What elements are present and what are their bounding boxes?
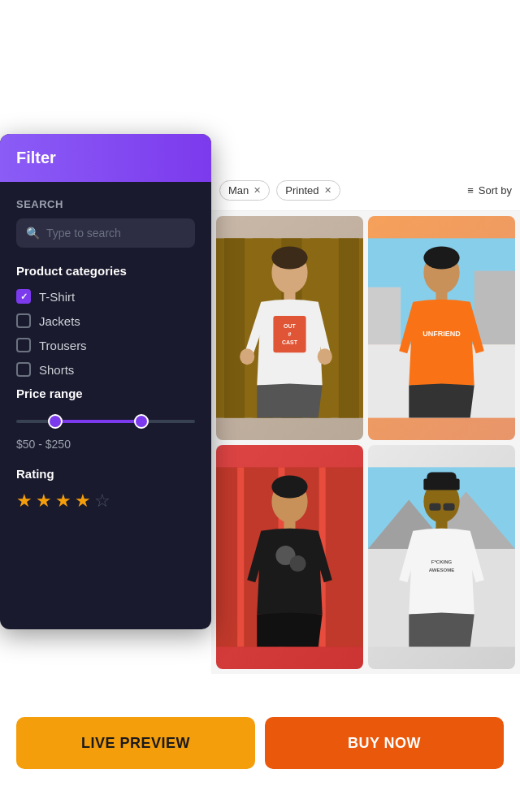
svg-point-7 [271,246,307,269]
tag-man[interactable]: Man ✕ [219,180,270,201]
category-shorts-label: Shorts [39,363,74,377]
filter-title: Filter [16,149,56,166]
svg-point-31 [290,555,306,572]
search-section-label: Search [16,198,195,210]
svg-text:#: # [288,331,292,337]
svg-rect-18 [474,271,515,345]
sort-by-label: Sort by [479,184,512,197]
product-card-4[interactable]: F*CKING AWESOME [368,445,515,669]
checkbox-tshirt[interactable] [16,289,31,304]
category-shorts[interactable]: Shorts [16,362,195,377]
price-range-label: Price range [16,387,195,400]
svg-rect-17 [368,287,401,344]
star-4[interactable]: ★ [75,490,91,512]
star-3[interactable]: ★ [55,490,72,512]
filter-body: Search 🔍 Product categories T-Shirt Jack… [0,182,211,528]
tag-printed-close-icon[interactable]: ✕ [324,185,332,196]
tag-man-label: Man [228,184,249,197]
svg-rect-5 [339,238,359,417]
rating-label: Rating [16,467,195,481]
slider-thumb-left[interactable] [48,414,63,429]
svg-text:UNFRIEND: UNFRIEND [422,330,461,338]
filter-tags-bar: Man ✕ Printed ✕ ≡ Sort by [211,171,520,211]
star-2[interactable]: ★ [36,490,52,512]
star-5[interactable]: ☆ [94,490,110,512]
product-categories-label: Product categories [16,264,195,278]
filter-panel: Filter Search 🔍 Product categories T-Shi… [0,134,211,629]
tag-man-close-icon[interactable]: ✕ [254,185,261,196]
product-grid: OUT # CAST [211,211,520,674]
rating-stars[interactable]: ★ ★ ★ ★ ☆ [16,490,195,512]
svg-text:CAST: CAST [282,339,298,345]
category-jackets[interactable]: Jackets [16,313,195,328]
search-icon: 🔍 [26,227,40,240]
svg-text:F*CKING: F*CKING [431,559,453,564]
search-box: 🔍 [16,218,195,248]
checkbox-jackets[interactable] [16,313,31,328]
svg-point-14 [318,348,332,365]
checkbox-trousers[interactable] [16,338,31,352]
live-preview-button[interactable]: LIVE PREVIEW [16,717,255,769]
svg-rect-39 [429,503,440,511]
tag-printed-label: Printed [285,184,318,197]
svg-rect-38 [427,472,456,483]
price-range-value: $50 - $250 [16,438,195,451]
svg-rect-40 [444,503,455,511]
svg-rect-1 [224,238,245,417]
product-card-3[interactable] [216,445,363,669]
price-slider[interactable] [16,413,195,430]
svg-point-20 [423,246,459,269]
search-input[interactable] [46,227,188,240]
star-1[interactable]: ★ [16,490,32,512]
svg-point-13 [240,348,254,365]
svg-text:OUT: OUT [284,323,297,329]
category-trousers[interactable]: Trousers [16,338,195,352]
bottom-buttons: LIVE PREVIEW BUY NOW [0,674,520,812]
buy-now-button[interactable]: BUY NOW [265,717,504,769]
slider-fill [55,420,141,423]
category-tshirt[interactable]: T-Shirt [16,289,195,304]
category-tshirt-label: T-Shirt [39,290,75,304]
category-trousers-label: Trousers [39,339,87,352]
checkbox-shorts[interactable] [16,362,31,377]
filter-header: Filter [0,134,211,182]
svg-text:AWESOME: AWESOME [429,568,454,572]
sort-by-button[interactable]: ≡ Sort by [467,184,512,197]
product-card-1[interactable]: OUT # CAST [216,216,363,440]
sort-icon: ≡ [467,184,474,197]
tag-printed[interactable]: Printed ✕ [276,180,340,201]
product-card-2[interactable]: UNFRIEND [368,216,515,440]
svg-point-28 [271,475,307,498]
category-jackets-label: Jackets [39,314,80,328]
slider-thumb-right[interactable] [134,414,149,429]
